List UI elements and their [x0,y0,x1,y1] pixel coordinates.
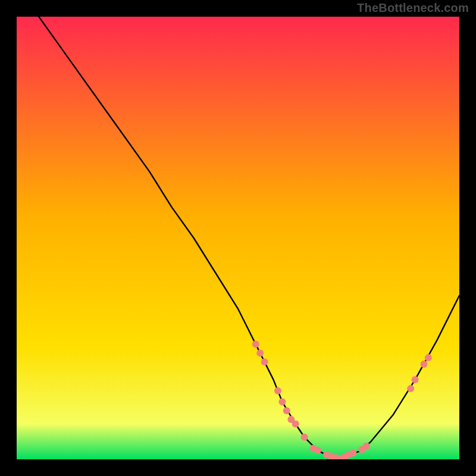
marker-point [425,354,432,361]
marker-point [292,421,299,428]
marker-point [301,434,308,441]
marker-point [407,385,414,392]
chart-frame: TheBottleneck.com [0,0,476,476]
marker-point [261,358,268,365]
marker-point [314,447,321,454]
marker-point [252,341,259,348]
marker-point [283,407,290,414]
branding-watermark: TheBottleneck.com [357,1,469,15]
marker-point [363,443,370,450]
marker-point [256,349,264,356]
marker-point [349,450,356,457]
plot-background [17,17,459,459]
marker-point [274,387,281,394]
marker-point [421,361,428,368]
bottleneck-chart [17,17,459,459]
marker-point [278,398,286,405]
marker-point [412,376,419,383]
